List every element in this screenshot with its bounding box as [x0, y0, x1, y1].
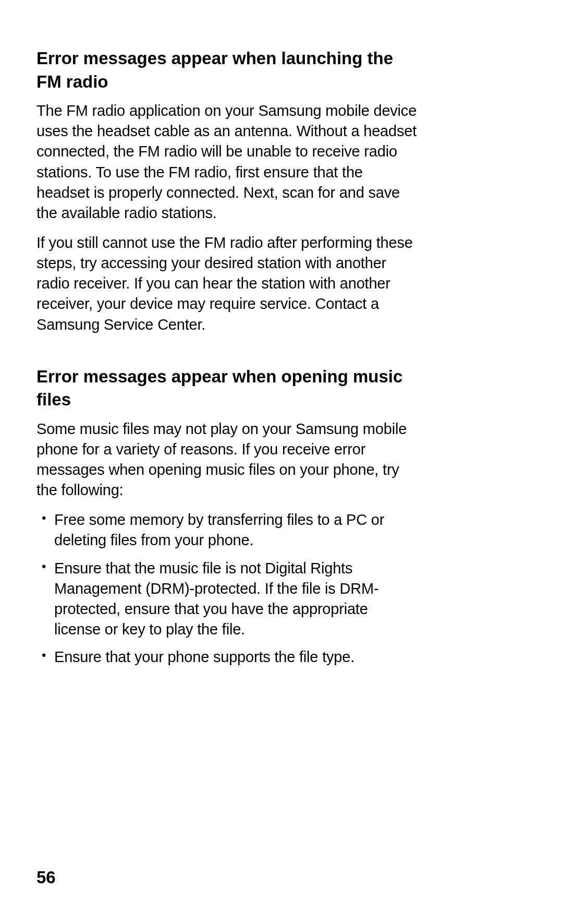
content-area: Error messages appear when launching the…: [36, 47, 417, 667]
section-fm-radio: Error messages appear when launching the…: [36, 47, 417, 335]
list-item: Ensure that your phone supports the file…: [36, 647, 417, 667]
heading-fm-radio: Error messages appear when launching the…: [36, 47, 417, 93]
list-item: Ensure that the music file is not Digita…: [36, 558, 417, 640]
bullet-list: Free some memory by transferring files t…: [36, 510, 417, 667]
paragraph-text: The FM radio application on your Samsung…: [36, 101, 417, 223]
list-item: Free some memory by transferring files t…: [36, 510, 417, 550]
paragraph-text: Some music files may not play on your Sa…: [36, 419, 417, 501]
page-number: 56: [36, 868, 56, 887]
paragraph-text: If you still cannot use the FM radio aft…: [36, 233, 417, 335]
section-music-files: Error messages appear when opening music…: [36, 365, 417, 668]
heading-music-files: Error messages appear when opening music…: [36, 365, 417, 412]
